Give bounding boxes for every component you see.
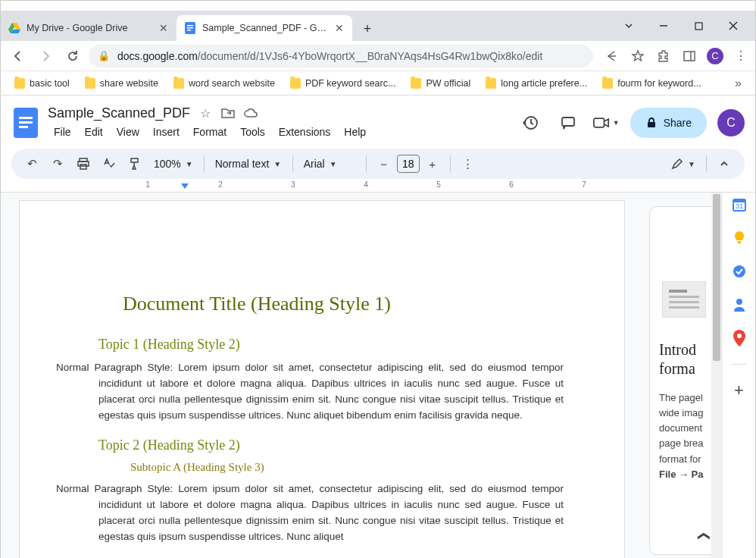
- ruler[interactable]: 1 2 3 4 5 6 7: [0, 179, 756, 193]
- meet-icon[interactable]: ▼: [592, 109, 620, 136]
- profile-avatar[interactable]: C: [707, 48, 723, 64]
- fontsize-input[interactable]: 18: [397, 155, 420, 173]
- add-addon-icon[interactable]: +: [732, 383, 747, 398]
- spellcheck-button[interactable]: [98, 152, 120, 175]
- docs-icon: [184, 22, 196, 34]
- menu-help[interactable]: Help: [338, 123, 372, 141]
- menu-view[interactable]: View: [111, 123, 145, 141]
- extensions-icon[interactable]: [655, 48, 672, 64]
- menu-insert[interactable]: Insert: [147, 123, 186, 141]
- indent-marker[interactable]: [181, 183, 189, 189]
- comment-icon[interactable]: [555, 109, 582, 136]
- bookmark-star-icon[interactable]: [629, 48, 646, 64]
- svg-rect-18: [648, 122, 655, 127]
- svg-rect-22: [131, 158, 138, 162]
- svg-rect-14: [19, 126, 28, 128]
- svg-rect-9: [684, 52, 695, 61]
- outline-heading: Introd forma: [659, 340, 709, 378]
- docs-logo-icon[interactable]: [11, 105, 40, 141]
- account-avatar[interactable]: C: [717, 109, 745, 136]
- chevron-right-icon[interactable]: ❯: [695, 531, 710, 541]
- lock-icon: [645, 117, 658, 129]
- tasks-icon[interactable]: [732, 264, 747, 279]
- menu-format[interactable]: Format: [187, 123, 233, 141]
- editing-mode-dropdown[interactable]: ▼: [667, 158, 700, 170]
- share-url-icon[interactable]: [604, 48, 620, 64]
- address-bar[interactable]: 🔒 docs.google.com/document/d/1VJs6-4YboW…: [89, 45, 593, 67]
- heading-2: Topic 2 (Heading Style 2): [98, 437, 564, 453]
- sidepanel-icon[interactable]: [681, 48, 698, 64]
- new-tab-button[interactable]: +: [357, 18, 378, 39]
- close-window-button[interactable]: [724, 17, 742, 35]
- folder-icon: [290, 78, 301, 89]
- svg-rect-4: [187, 25, 193, 27]
- folder-icon: [602, 78, 613, 89]
- browser-menu-icon[interactable]: ⋮: [733, 48, 749, 64]
- svg-rect-13: [19, 121, 33, 124]
- fontsize-decrease-button[interactable]: −: [373, 152, 395, 175]
- outline-panel[interactable]: Introd forma The pagel wide imag documen…: [649, 206, 719, 555]
- bookmarks-overflow-icon[interactable]: »: [735, 77, 742, 90]
- menu-edit[interactable]: Edit: [79, 123, 109, 141]
- star-icon[interactable]: ☆: [198, 105, 213, 121]
- bookmarks-bar: basic tool share website word search web…: [0, 71, 756, 96]
- calendar-icon[interactable]: 31: [732, 197, 747, 212]
- bookmark-item[interactable]: fourm for keyword...: [602, 78, 701, 89]
- paragraph-style-dropdown[interactable]: Normal text▼: [211, 158, 286, 170]
- bookmark-item[interactable]: word search website: [173, 78, 275, 89]
- outline-text: The pagel wide imag document page brea f…: [659, 390, 709, 482]
- collapse-toolbar-icon[interactable]: [713, 152, 736, 175]
- heading-3: Subtopic A (Heading Style 3): [130, 461, 564, 474]
- maximize-button[interactable]: [689, 17, 708, 35]
- browser-tabstrip: My Drive - Google Drive ✕ Sample_Scanned…: [0, 11, 756, 41]
- bookmark-item[interactable]: long article prefere...: [486, 78, 587, 89]
- move-icon[interactable]: [220, 105, 236, 121]
- share-button[interactable]: Share: [630, 108, 707, 138]
- forward-button[interactable]: [34, 45, 57, 67]
- document-page[interactable]: Document Title (Heading Style 1) Topic 1…: [19, 200, 625, 558]
- zoom-dropdown[interactable]: 100%▼: [149, 158, 198, 170]
- menu-tools[interactable]: Tools: [234, 123, 271, 141]
- document-title[interactable]: Sample_Scanned_PDF: [48, 105, 190, 121]
- minimize-button[interactable]: [654, 17, 673, 35]
- folder-icon: [85, 78, 95, 89]
- fontsize-increase-button[interactable]: +: [421, 152, 444, 175]
- chevron-down-icon[interactable]: [620, 17, 638, 35]
- redo-button[interactable]: ↷: [46, 152, 69, 175]
- docs-menu-bar: File Edit View Insert Format Tools Exten…: [48, 123, 517, 141]
- cloud-status-icon[interactable]: [243, 105, 258, 121]
- document-area: Document Title (Heading Style 1) Topic 1…: [0, 193, 756, 558]
- menu-extensions[interactable]: Extensions: [273, 123, 336, 141]
- close-icon[interactable]: ✕: [158, 23, 169, 33]
- reload-button[interactable]: [61, 45, 84, 67]
- bookmark-item[interactable]: share website: [85, 78, 158, 89]
- svg-rect-16: [562, 118, 574, 126]
- keep-icon[interactable]: [732, 230, 747, 246]
- browser-tab-docs[interactable]: Sample_Scanned_PDF - Google D ✕: [177, 15, 352, 41]
- heading-1: Document Title (Heading Style 1): [123, 290, 441, 317]
- maps-icon[interactable]: [732, 331, 747, 346]
- more-toolbar-icon[interactable]: ⋮: [457, 152, 480, 175]
- print-button[interactable]: [72, 152, 95, 175]
- heading-2: Topic 1 (Heading Style 2): [98, 337, 564, 353]
- browser-tab-drive[interactable]: My Drive - Google Drive ✕: [1, 15, 177, 41]
- history-icon[interactable]: [517, 109, 544, 136]
- vertical-scrollbar[interactable]: [711, 193, 722, 558]
- svg-text:31: 31: [735, 202, 742, 210]
- svg-point-27: [733, 265, 745, 277]
- format-paint-button[interactable]: [123, 152, 146, 175]
- menu-file[interactable]: File: [48, 123, 77, 141]
- undo-button[interactable]: ↶: [20, 152, 43, 175]
- bookmark-item[interactable]: basic tool: [14, 78, 70, 89]
- close-icon[interactable]: ✕: [334, 23, 345, 33]
- docs-toolbar: ↶ ↷ 100%▼ Normal text▼ Arial▼ − 18 + ⋮ ▼: [11, 149, 745, 179]
- back-button[interactable]: [7, 45, 30, 67]
- svg-point-29: [737, 334, 742, 338]
- bookmark-item[interactable]: PDF keyword searc...: [290, 78, 395, 89]
- bookmark-item[interactable]: PW official: [411, 78, 470, 89]
- contacts-icon[interactable]: [732, 297, 747, 312]
- tab-title: My Drive - Google Drive: [27, 23, 154, 33]
- svg-rect-8: [695, 23, 702, 30]
- address-bar-row: 🔒 docs.google.com/document/d/1VJs6-4YboW…: [0, 41, 756, 71]
- font-dropdown[interactable]: Arial▼: [299, 158, 360, 170]
